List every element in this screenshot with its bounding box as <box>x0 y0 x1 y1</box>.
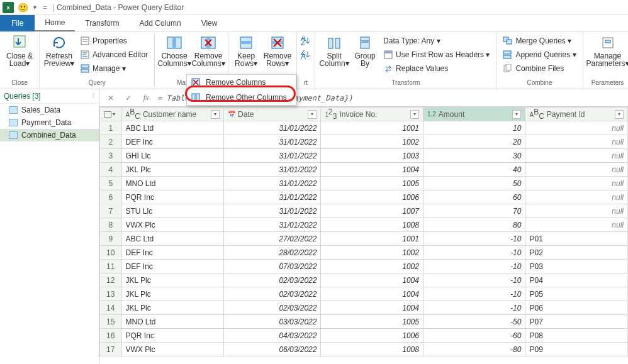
cell-amount[interactable]: -10 <box>423 301 525 315</box>
table-row[interactable]: 10DEF Inc28/02/20221002-10P02 <box>100 246 628 260</box>
cell-payment[interactable]: P05 <box>525 287 628 301</box>
cell-invoice[interactable]: 1005 <box>321 315 423 329</box>
cell-invoice[interactable]: 1002 <box>321 135 423 149</box>
cell-invoice[interactable]: 1001 <box>321 232 423 246</box>
table-row[interactable]: 8VWX Plc31/01/2022100880null <box>100 218 628 232</box>
cell-date[interactable]: 31/01/2022 <box>224 149 321 163</box>
replace-values-button[interactable]: Replace Values <box>381 62 492 75</box>
cell-customer[interactable]: VWX Plc <box>121 218 224 232</box>
cell-payment[interactable]: P07 <box>525 315 628 329</box>
cell-invoice[interactable]: 1002 <box>321 246 423 260</box>
row-number[interactable]: 7 <box>100 204 122 218</box>
cell-amount[interactable]: -10 <box>423 232 525 246</box>
row-number[interactable]: 8 <box>100 218 122 232</box>
filter-dropdown-icon[interactable]: ▾ <box>211 110 220 119</box>
cell-payment[interactable]: P04 <box>525 273 628 287</box>
cell-date[interactable]: 02/03/2022 <box>224 301 321 315</box>
table-row[interactable]: 13JKL Plc02/03/20221004-10P05 <box>100 287 628 301</box>
cell-amount[interactable]: 50 <box>423 177 525 190</box>
cell-customer[interactable]: JKL Plc <box>121 301 224 315</box>
cell-date[interactable]: 03/03/2022 <box>224 315 321 329</box>
cell-customer[interactable]: VWX Plc <box>121 343 224 356</box>
cell-payment[interactable]: null <box>525 121 628 135</box>
row-number[interactable]: 15 <box>100 315 122 329</box>
table-row[interactable]: 14JKL Plc02/03/20221004-10P06 <box>100 301 628 315</box>
filter-dropdown-icon[interactable]: ▾ <box>410 110 419 119</box>
keep-rows-button[interactable]: KeepRows▾ <box>232 33 260 67</box>
table-row[interactable]: 9ABC Ltd27/02/20221001-10P01 <box>100 232 628 246</box>
cell-invoice[interactable]: 1008 <box>321 218 423 232</box>
cell-payment[interactable]: null <box>525 135 628 149</box>
cell-date[interactable]: 02/03/2022 <box>224 273 321 287</box>
cell-date[interactable]: 31/01/2022 <box>224 135 321 149</box>
tab-view[interactable]: View <box>191 15 228 31</box>
row-number[interactable]: 12 <box>100 273 122 287</box>
cell-date[interactable]: 31/01/2022 <box>224 204 321 218</box>
cell-invoice[interactable]: 1004 <box>321 273 423 287</box>
cell-date[interactable]: 31/01/2022 <box>224 121 321 135</box>
table-row[interactable]: 11DEF Inc07/03/20221002-10P03 <box>100 260 628 273</box>
cell-customer[interactable]: DEF Inc <box>121 246 224 260</box>
remove-rows-button[interactable]: RemoveRows▾ <box>262 33 293 67</box>
tab-add-column[interactable]: Add Column <box>130 15 191 31</box>
cell-amount[interactable]: 10 <box>423 121 525 135</box>
cell-amount[interactable]: -10 <box>423 287 525 301</box>
cell-payment[interactable]: P09 <box>525 343 628 356</box>
cell-amount[interactable]: 30 <box>423 149 525 163</box>
filter-dropdown-icon[interactable]: ▾ <box>512 110 521 119</box>
table-row[interactable]: 12JKL Plc02/03/20221004-10P04 <box>100 273 628 287</box>
row-number[interactable]: 9 <box>100 232 122 246</box>
col-header-amount[interactable]: 1.2Amount▾ <box>423 108 525 121</box>
refresh-preview-button[interactable]: RefreshPreview▾ <box>43 33 75 67</box>
cell-invoice[interactable]: 1004 <box>321 287 423 301</box>
cell-date[interactable]: 04/03/2022 <box>224 329 321 343</box>
combine-files-button[interactable]: Combine Files <box>500 62 578 75</box>
cell-customer[interactable]: STU Llc <box>121 204 224 218</box>
cell-customer[interactable]: JKL Plc <box>121 273 224 287</box>
table-row[interactable]: 3GHI Llc31/01/2022100330null <box>100 149 628 163</box>
tab-file[interactable]: File <box>0 15 35 31</box>
cell-payment[interactable]: P03 <box>525 260 628 273</box>
cell-invoice[interactable]: 1002 <box>321 260 423 273</box>
append-queries-button[interactable]: Append Queries ▾ <box>500 48 578 61</box>
row-number[interactable]: 11 <box>100 260 122 273</box>
cell-amount[interactable]: 70 <box>423 204 525 218</box>
cell-payment[interactable]: P08 <box>525 329 628 343</box>
table-row[interactable]: 2DEF Inc31/01/2022100220null <box>100 135 628 149</box>
table-row[interactable]: 4JKL Plc31/01/2022100440null <box>100 163 628 177</box>
query-item[interactable]: Combined_Data <box>0 129 99 141</box>
col-header-customer[interactable]: ABCCustomer name▾ <box>121 108 224 121</box>
remove-other-columns-item[interactable]: Remove Other Columns <box>187 90 296 105</box>
col-header-date[interactable]: 📅Date▾ <box>224 108 321 121</box>
group-by-button[interactable]: GroupBy <box>352 33 378 67</box>
cancel-formula-icon[interactable]: ✕ <box>104 94 117 102</box>
cell-customer[interactable]: MNO Ltd <box>121 177 224 190</box>
cell-amount[interactable]: -80 <box>423 343 525 356</box>
cell-customer[interactable]: ABC Ltd <box>121 121 224 135</box>
cell-customer[interactable]: DEF Inc <box>121 135 224 149</box>
first-row-headers-button[interactable]: Use First Row as Headers ▾ <box>381 48 492 61</box>
cell-date[interactable]: 31/01/2022 <box>224 177 321 190</box>
choose-columns-button[interactable]: ChooseColumns▾ <box>159 33 190 67</box>
cell-date[interactable]: 31/01/2022 <box>224 163 321 177</box>
cell-invoice[interactable]: 1004 <box>321 301 423 315</box>
filter-dropdown-icon[interactable]: ▾ <box>615 110 624 119</box>
tab-transform[interactable]: Transform <box>75 15 129 31</box>
cell-payment[interactable]: P01 <box>525 232 628 246</box>
table-row[interactable]: 17VWX Plc06/03/20221008-80P09 <box>100 343 628 356</box>
cell-date[interactable]: 02/03/2022 <box>224 287 321 301</box>
col-header-payment[interactable]: ABCPayment Id▾ <box>525 108 628 121</box>
row-number[interactable]: 14 <box>100 301 122 315</box>
select-all-corner[interactable]: ▾ <box>100 108 122 121</box>
cell-date[interactable]: 07/03/2022 <box>224 260 321 273</box>
cell-amount[interactable]: -60 <box>423 329 525 343</box>
row-number[interactable]: 10 <box>100 246 122 260</box>
row-number[interactable]: 16 <box>100 329 122 343</box>
row-number[interactable]: 3 <box>100 149 122 163</box>
collapse-pane-icon[interactable]: 〈 <box>89 92 95 101</box>
cell-amount[interactable]: 40 <box>423 163 525 177</box>
cell-payment[interactable]: null <box>525 218 628 232</box>
cell-amount[interactable]: 60 <box>423 190 525 204</box>
cell-payment[interactable]: null <box>525 204 628 218</box>
cell-invoice[interactable]: 1008 <box>321 343 423 356</box>
